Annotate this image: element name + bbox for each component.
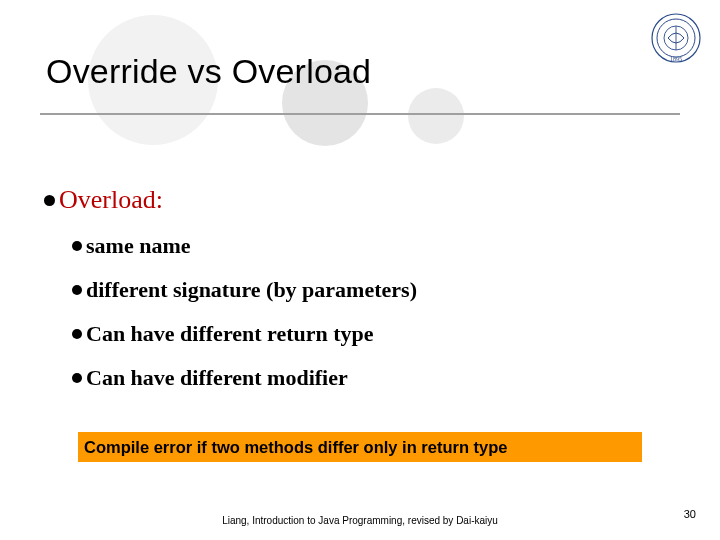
- sub-bullet-label: Can have different modifier: [86, 365, 348, 391]
- bullet-overload: Overload:: [44, 185, 680, 215]
- slide-title: Override vs Overload: [46, 52, 371, 91]
- sub-bullet: different signature (by parameters): [72, 277, 680, 303]
- bullet-dot-icon: [72, 285, 82, 295]
- bullet-overload-label: Overload:: [59, 185, 163, 215]
- decor-circle-small: [408, 88, 464, 144]
- sub-bullet-label: Can have different return type: [86, 321, 374, 347]
- footer-citation: Liang, Introduction to Java Programming,…: [0, 515, 720, 526]
- sub-bullet: Can have different modifier: [72, 365, 680, 391]
- page-number: 30: [684, 508, 696, 520]
- bullet-dot-icon: [72, 373, 82, 383]
- title-underline: [40, 113, 680, 115]
- warning-note-text: Compile error if two methods differ only…: [84, 438, 508, 457]
- bullet-dot-icon: [72, 241, 82, 251]
- warning-note: Compile error if two methods differ only…: [78, 432, 642, 462]
- sub-bullet-label: same name: [86, 233, 190, 259]
- university-logo: 1895: [650, 12, 702, 64]
- slide: 1895 Override vs Overload Overload: same…: [0, 0, 720, 540]
- slide-content: Overload: same name different signature …: [44, 185, 680, 409]
- sub-bullet: Can have different return type: [72, 321, 680, 347]
- logo-year-text: 1895: [670, 56, 682, 62]
- bullet-dot-icon: [72, 329, 82, 339]
- sub-bullet-list: same name different signature (by parame…: [72, 233, 680, 391]
- bullet-dot-icon: [44, 195, 55, 206]
- sub-bullet-label: different signature (by parameters): [86, 277, 417, 303]
- sub-bullet: same name: [72, 233, 680, 259]
